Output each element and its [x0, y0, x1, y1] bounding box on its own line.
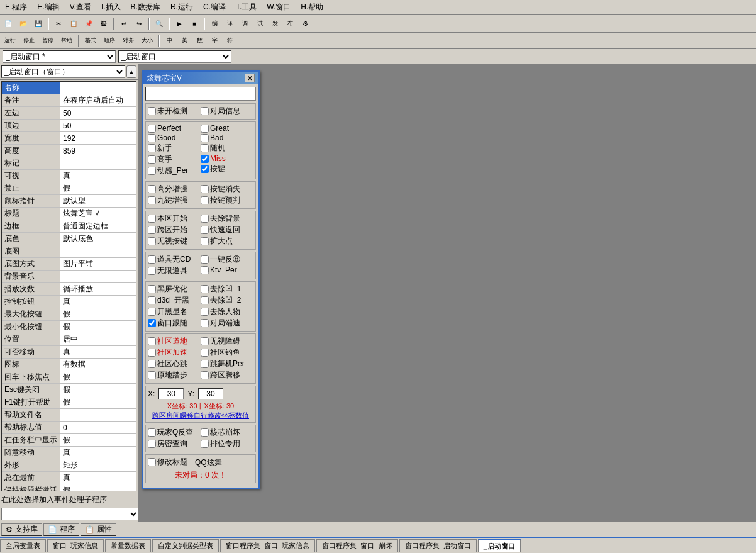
- check-ktv-per-input[interactable]: [201, 266, 209, 274]
- tb-compile4[interactable]: 试: [253, 17, 267, 31]
- event-handler-select[interactable]: [1, 508, 139, 520]
- tab-item[interactable]: 自定义判据类型表: [152, 539, 219, 552]
- table-row[interactable]: 随意移动真: [2, 447, 136, 459]
- check-undetected-input[interactable]: [148, 107, 156, 115]
- tb2-13[interactable]: 符: [223, 34, 236, 48]
- table-row[interactable]: 帮助文件名: [2, 409, 136, 422]
- tb-save[interactable]: 💾: [31, 17, 45, 31]
- tb-compile[interactable]: 编: [208, 17, 221, 31]
- check-rank-only-input[interactable]: [201, 440, 209, 448]
- addr-left[interactable]: _启动窗口 *: [3, 50, 116, 63]
- menu-program[interactable]: E.程序: [3, 1, 30, 13]
- menu-edit[interactable]: E.编辑: [35, 1, 62, 13]
- tb2-8[interactable]: 大小: [138, 34, 156, 48]
- check-ignore-key-input[interactable]: [148, 237, 156, 245]
- tab-item[interactable]: 窗口程序集_启动窗口: [399, 539, 477, 552]
- addr-right[interactable]: _启动窗口: [118, 50, 231, 63]
- check-dynamic-per-input[interactable]: [148, 167, 156, 175]
- menu-compile[interactable]: C.编译: [201, 1, 228, 13]
- dialog-close-button[interactable]: ✕: [245, 74, 255, 82]
- check-remove-person-input[interactable]: [201, 308, 209, 316]
- check-room-pwd-input[interactable]: [148, 440, 156, 448]
- table-row[interactable]: 外形矩形: [2, 459, 136, 472]
- check-community-road-input[interactable]: [148, 337, 156, 345]
- tb-paste[interactable]: 📌: [82, 17, 96, 31]
- check-bad-input[interactable]: [201, 134, 209, 142]
- tb-screenshot[interactable]: 🖼: [97, 17, 111, 31]
- table-row[interactable]: 播放次数循环播放: [2, 283, 136, 296]
- tab-item[interactable]: 窗口_玩家信息: [47, 539, 104, 552]
- left-panel-select[interactable]: _启动窗口（窗口）: [1, 65, 125, 78]
- tab-item[interactable]: 窗口程序集_窗口_玩家信息: [220, 539, 315, 552]
- check-key-predict-input[interactable]: [201, 196, 209, 204]
- table-row[interactable]: 回车下移焦点假: [2, 371, 136, 384]
- check-great-input[interactable]: [201, 125, 209, 133]
- check-game-end-input[interactable]: [201, 319, 209, 327]
- tb2-3[interactable]: 暂停: [39, 34, 57, 48]
- tb-stop[interactable]: ■: [187, 17, 201, 31]
- tb-run[interactable]: ▶: [172, 17, 186, 31]
- tb2-6[interactable]: 顺序: [101, 34, 118, 48]
- tb2-1[interactable]: 运行: [1, 34, 19, 48]
- check-key-disappear-input[interactable]: [201, 185, 209, 193]
- check-remove-ao1-input[interactable]: [201, 285, 209, 293]
- tb-copy[interactable]: 📋: [67, 17, 81, 31]
- check-ignore-obstacle-input[interactable]: [201, 337, 209, 345]
- check-expand-point-input[interactable]: [201, 237, 209, 245]
- table-row[interactable]: F1键打开帮助假: [2, 396, 136, 409]
- table-row[interactable]: 总在最前真: [2, 472, 136, 484]
- table-row[interactable]: 名称_启动窗口: [2, 82, 136, 94]
- check-one-click-input[interactable]: [201, 255, 209, 264]
- statusbar-property[interactable]: 📋 属性: [81, 523, 116, 536]
- check-player-query-input[interactable]: [148, 428, 156, 437]
- tb2-2[interactable]: 停止: [20, 34, 38, 48]
- table-row[interactable]: 备注在程序启动后自动: [2, 94, 136, 107]
- check-item-nocd-input[interactable]: [148, 255, 156, 264]
- tab-item[interactable]: 窗口程序集_窗口_崩坏: [316, 539, 397, 552]
- check-community-fish-input[interactable]: [201, 349, 209, 357]
- table-row[interactable]: 在任务栏中显示假: [2, 434, 136, 447]
- table-row[interactable]: 左边50: [2, 107, 136, 120]
- table-row[interactable]: 底图: [2, 245, 136, 258]
- check-dance-machine-input[interactable]: [201, 360, 209, 368]
- check-perfect-input[interactable]: [148, 125, 156, 133]
- check-modify-title-input[interactable]: [148, 458, 156, 466]
- tb-find[interactable]: 🔍: [152, 17, 166, 31]
- table-row[interactable]: 可视真: [2, 170, 136, 182]
- tb-undo[interactable]: ↩: [117, 17, 131, 31]
- table-row[interactable]: 顶边50: [2, 120, 136, 132]
- tab-item[interactable]: 常量数据表: [105, 539, 151, 552]
- table-row[interactable]: 图标有数据: [2, 359, 136, 371]
- statusbar-support[interactable]: ⚙ 支持库: [1, 523, 42, 536]
- check-miss-input[interactable]: [201, 155, 209, 163]
- check-novice-input[interactable]: [148, 144, 156, 152]
- check-core-crash-input[interactable]: [201, 428, 209, 437]
- table-row[interactable]: 禁止假: [2, 182, 136, 195]
- check-unlimited-item-input[interactable]: [148, 267, 156, 275]
- tb-settings[interactable]: ⚙: [298, 17, 312, 31]
- check-cross-zone-tp-input[interactable]: [201, 371, 209, 379]
- statusbar-program[interactable]: 📄 程序: [43, 523, 79, 536]
- check-remove-ao2-input[interactable]: [201, 296, 209, 304]
- tab-item[interactable]: _启动窗口: [478, 539, 521, 552]
- tb2-12[interactable]: 字: [208, 34, 221, 48]
- tb-cut[interactable]: ✂: [52, 17, 65, 31]
- check-nine-key-input[interactable]: [148, 196, 156, 204]
- tb-compile6[interactable]: 布: [283, 17, 297, 31]
- tb2-10[interactable]: 英: [177, 34, 191, 48]
- dialog-search-input[interactable]: [145, 87, 256, 101]
- menu-database[interactable]: B.数据库: [128, 1, 163, 13]
- menu-help[interactable]: H.帮助: [298, 1, 326, 13]
- tb-open[interactable]: 📂: [16, 17, 30, 31]
- menu-insert[interactable]: I.插入: [99, 1, 123, 13]
- tb2-9[interactable]: 中: [162, 34, 176, 48]
- check-community-speed-input[interactable]: [148, 349, 156, 357]
- check-blackscreen-input[interactable]: [148, 285, 156, 293]
- tb-redo[interactable]: ↪: [132, 17, 146, 31]
- check-key-input[interactable]: [201, 165, 209, 173]
- check-window-follow-input[interactable]: [148, 319, 156, 327]
- table-row[interactable]: 位置居中: [2, 333, 136, 346]
- check-remove-bg-input[interactable]: [201, 215, 209, 223]
- x-input[interactable]: [158, 388, 184, 399]
- table-row[interactable]: 边框普通固定边框: [2, 220, 136, 233]
